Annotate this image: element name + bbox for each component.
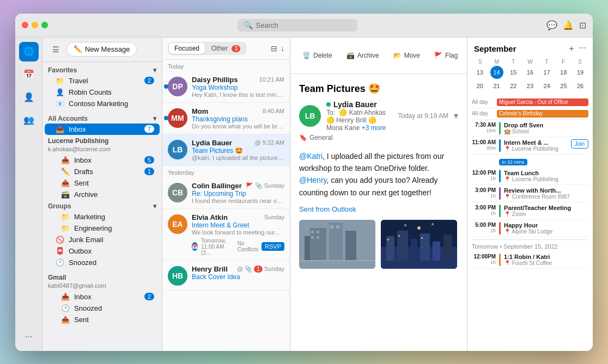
- message-item-colin[interactable]: CB Colin Ballinger 🚩 📎 Sunday Re: Upcomi…: [162, 177, 290, 209]
- at-icon: @: [237, 266, 243, 272]
- cal-day-19[interactable]: 19: [574, 66, 587, 79]
- archive-icon: 🗃️: [346, 52, 355, 59]
- cal-day-25[interactable]: 25: [557, 79, 570, 92]
- cal-day-15[interactable]: 15: [507, 66, 520, 79]
- sent-icon: 📤: [61, 179, 71, 187]
- outlook-link[interactable]: Outlook: [332, 205, 356, 213]
- archive-icon: 🗃️: [61, 190, 71, 199]
- hamburger-button[interactable]: ☰: [48, 42, 63, 57]
- person-icon: 👤: [56, 88, 65, 96]
- nav-item-junk[interactable]: 🚫 Junk Email: [45, 234, 160, 245]
- cal-day-14-today[interactable]: 14: [490, 66, 503, 79]
- cal-day-13[interactable]: 13: [473, 66, 487, 79]
- focused-tab[interactable]: Focused: [169, 43, 205, 54]
- cal-day-22[interactable]: 22: [507, 79, 520, 92]
- nav-item-lucerne-archive[interactable]: 🗃️ Archive: [50, 189, 160, 200]
- today-header: Today: [162, 60, 290, 71]
- mail-nav-icon[interactable]: 🌐: [19, 42, 39, 61]
- filter-actions: ⊟ ↓: [271, 44, 284, 53]
- nav-panel: ☰ ✏️ New Message Favorites ▾ 📁 Travel 2: [42, 38, 162, 351]
- favorites-header[interactable]: Favorites ▾: [42, 64, 162, 75]
- new-message-button[interactable]: ✏️ New Message: [66, 42, 137, 57]
- message-item-lydia[interactable]: LB Lydia Bauer @ 9:32 AM Team Pictures 🤩…: [162, 134, 290, 166]
- msg-sender: Mom: [192, 107, 208, 115]
- nav-item-gmail-inbox[interactable]: 📥 Inbox 2: [50, 291, 160, 303]
- msg-subject: Re: Upcoming Trip: [192, 190, 284, 198]
- nav-item-gmail-snoozed[interactable]: 🕐 Snoozed: [50, 303, 160, 314]
- nav-item-outbox[interactable]: 📮 Outbox: [45, 245, 160, 257]
- chevron-icon: ▾: [153, 202, 156, 210]
- move-button[interactable]: 📂 Move: [389, 50, 424, 61]
- nav-item-marketing[interactable]: 📁 Marketing: [50, 211, 160, 223]
- cal-day-26[interactable]: 26: [574, 79, 587, 92]
- chat-icon[interactable]: 💬: [546, 20, 557, 30]
- cal-day-17[interactable]: 17: [540, 66, 554, 79]
- email-image-1[interactable]: [299, 220, 375, 269]
- event-happy-hour: 5:00 PM 2h Happy Hour 📍 Alpine Ski Lodge: [472, 220, 588, 237]
- all-accounts-header[interactable]: All Accounts ▾: [42, 113, 162, 124]
- more-recipients[interactable]: +3 more: [362, 124, 386, 132]
- message-item-henry[interactable]: HB Henry Brill @ 📎 1 Sunday Back Cover I…: [162, 261, 290, 291]
- message-item-elvia[interactable]: EA Elvia Atkin Sunday Intern Meet & Gree…: [162, 209, 290, 261]
- cal-day-21[interactable]: 21: [490, 79, 503, 92]
- nav-item-lucerne-drafts[interactable]: ✏️ Drafts 1: [50, 166, 160, 177]
- filter-icon[interactable]: ⊟: [271, 44, 277, 53]
- titlebar-center: 🔍 Search: [52, 19, 542, 32]
- calendar-nav-icon[interactable]: 📅: [19, 65, 39, 84]
- archive-button[interactable]: 🗃️ Archive: [342, 50, 384, 61]
- groups-nav-icon[interactable]: 👥: [19, 110, 39, 130]
- cal-grid: S M T W T F S 13 14 15 16 17 18 19 20: [467, 58, 593, 97]
- msg-sender: Lydia Bauer: [192, 139, 232, 147]
- move-icon: 📂: [393, 52, 402, 59]
- cal-day-18[interactable]: 18: [557, 66, 570, 79]
- more-nav-icon[interactable]: ···: [19, 327, 39, 347]
- junk-icon: 🚫: [56, 236, 65, 244]
- nav-item-engineering[interactable]: 📁 Engineering: [50, 223, 160, 234]
- groups-header[interactable]: Groups ▾: [42, 200, 162, 211]
- cal-day-20[interactable]: 20: [473, 79, 487, 92]
- sort-icon[interactable]: ↓: [281, 44, 284, 53]
- cal-day-16[interactable]: 16: [524, 66, 537, 79]
- message-item-daisy[interactable]: DP Daisy Phillips 10:21 AM Yoga Workshop…: [162, 71, 290, 103]
- nav-item-travel[interactable]: 📁 Travel 2: [45, 75, 160, 87]
- msg-preview: I found these restaurants near our hotel…: [192, 198, 284, 204]
- nav-item-gmail-sent[interactable]: 📤 Sent: [50, 314, 160, 325]
- nav-item-lucerne-sent[interactable]: 📤 Sent: [50, 177, 160, 189]
- nav-item-lucerne-inbox[interactable]: 📥 Inbox 5: [50, 155, 160, 166]
- nav-item-inbox-all[interactable]: 📥 Inbox 7: [45, 124, 160, 135]
- flag-button[interactable]: 🚩 Flag: [430, 50, 462, 61]
- search-bar[interactable]: 🔍 Search: [238, 19, 357, 32]
- other-tab[interactable]: Other 3: [206, 43, 246, 54]
- delete-button[interactable]: 🗑️ Delete: [298, 50, 337, 61]
- msg-sender: Henry Brill: [192, 265, 228, 273]
- svg-point-21: [404, 224, 406, 226]
- email-header: Team Pictures 🤩 LB Lydia Bauer To: 🟡 Kat…: [299, 83, 458, 144]
- nav-item-snoozed[interactable]: 🕐 Snoozed: [45, 257, 160, 268]
- rsvp-button[interactable]: RSVP: [262, 242, 284, 251]
- join-button[interactable]: Join: [571, 139, 588, 149]
- notification-icon[interactable]: 🔔: [563, 20, 574, 30]
- sender-info: Lydia Bauer To: 🟡 Katri Ahokas 🟡 Henry B…: [326, 100, 392, 132]
- event-pill-miguel: Miguel Garcia - Out of Office: [497, 98, 588, 106]
- svg-rect-25: [421, 237, 423, 239]
- all-accounts-label: All Accounts: [48, 115, 88, 122]
- cal-day-24[interactable]: 24: [540, 79, 554, 92]
- svg-point-20: [417, 226, 421, 230]
- message-item-mom[interactable]: MM Mom 8:40 AM Thanksgiving plans Do you…: [162, 103, 290, 134]
- maximize-button[interactable]: [41, 22, 48, 28]
- close-button[interactable]: [22, 22, 28, 28]
- msg-subject: Thanksgiving plans: [192, 115, 284, 123]
- msg-content: Colin Ballinger 🚩 📎 Sunday Re: Upcoming …: [192, 182, 284, 204]
- calendar-more-button[interactable]: ···: [579, 43, 586, 54]
- category-icon: 🔖: [299, 134, 307, 141]
- email-image-2[interactable]: [381, 220, 457, 269]
- expand-icon[interactable]: ⊡: [579, 20, 586, 30]
- nav-item-robin-counts[interactable]: 👤 Robin Counts: [45, 87, 160, 98]
- cal-day-23[interactable]: 23: [524, 79, 537, 92]
- no-conflicts-label: No Conflicts: [238, 240, 258, 252]
- expand-down-icon[interactable]: ▾: [454, 110, 458, 121]
- nav-item-contoso[interactable]: 📧 Contoso Marketing: [45, 98, 160, 109]
- minimize-button[interactable]: [32, 22, 38, 28]
- add-event-button[interactable]: ＋: [567, 43, 576, 54]
- people-nav-icon[interactable]: 👤: [19, 88, 39, 107]
